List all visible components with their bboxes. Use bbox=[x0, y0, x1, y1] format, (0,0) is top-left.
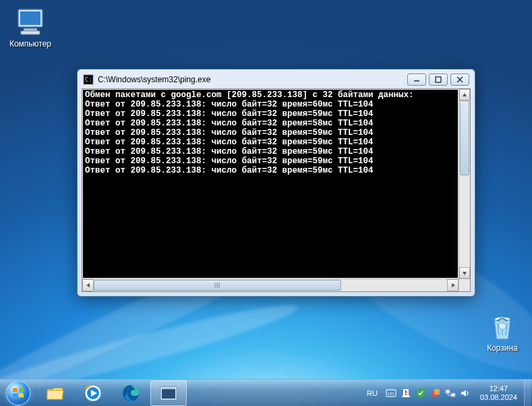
show-desktop-button[interactable] bbox=[524, 380, 531, 407]
svg-rect-22 bbox=[434, 389, 440, 395]
taskbar-item-cmd[interactable] bbox=[150, 380, 187, 406]
clock-time: 12:47 bbox=[480, 384, 517, 393]
scrollbar-corner bbox=[459, 279, 470, 291]
svg-rect-19 bbox=[405, 390, 407, 393]
svg-rect-16 bbox=[162, 387, 175, 389]
console-line: Ответ от 209.85.233.138: число байт=32 в… bbox=[85, 119, 456, 128]
console-line: Ответ от 209.85.233.138: число байт=32 в… bbox=[85, 109, 456, 119]
language-indicator[interactable]: RU bbox=[363, 389, 382, 397]
taskbar: RU vm 12:47 03.08.2024 bbox=[0, 379, 532, 406]
tray-security-icon[interactable] bbox=[415, 388, 426, 399]
svg-rect-24 bbox=[451, 393, 455, 397]
svg-rect-20 bbox=[405, 394, 407, 395]
svg-text:vm: vm bbox=[388, 391, 394, 396]
console-line: Обмен пакетами с google.com [209.85.233.… bbox=[85, 90, 456, 100]
cmd-window-icon bbox=[159, 385, 178, 401]
desktop-icon-label: Компьютер bbox=[4, 39, 57, 49]
windows-logo-icon bbox=[6, 381, 30, 405]
scroll-up-button[interactable] bbox=[459, 89, 470, 100]
cmd-window[interactable]: C: C:\Windows\system32\ping.exe Обмен па… bbox=[77, 69, 475, 297]
scroll-track[interactable] bbox=[459, 100, 470, 267]
start-button[interactable] bbox=[0, 380, 36, 407]
taskbar-item-explorer[interactable] bbox=[37, 380, 73, 406]
scroll-right-button[interactable] bbox=[447, 279, 459, 291]
close-button[interactable] bbox=[450, 74, 469, 86]
console-line: Ответ от 209.85.233.138: число байт=32 в… bbox=[85, 166, 456, 175]
taskbar-item-media-player[interactable] bbox=[75, 380, 111, 406]
svg-rect-15 bbox=[162, 389, 175, 399]
tray-vm-icon[interactable]: vm bbox=[386, 388, 396, 399]
computer-icon bbox=[14, 5, 47, 38]
taskbar-clock[interactable]: 12:47 03.08.2024 bbox=[475, 384, 523, 402]
scroll-thumb[interactable] bbox=[460, 100, 469, 175]
svg-rect-8 bbox=[436, 77, 441, 82]
folder-icon bbox=[45, 384, 65, 402]
edge-icon bbox=[121, 384, 140, 403]
svg-rect-1 bbox=[20, 11, 40, 25]
titlebar[interactable]: C: C:\Windows\system32\ping.exe bbox=[82, 74, 471, 88]
console-line: Ответ от 209.85.233.138: число байт=32 в… bbox=[85, 100, 456, 109]
taskbar-item-edge[interactable] bbox=[113, 380, 149, 406]
system-tray: RU vm 12:47 03.08.2024 bbox=[363, 380, 532, 406]
tray-volume-icon[interactable] bbox=[460, 388, 471, 399]
svg-text:C:: C: bbox=[85, 76, 92, 83]
app-icon: C: bbox=[83, 74, 94, 85]
console-frame: Обмен пакетами с google.com [209.85.233.… bbox=[82, 88, 471, 292]
console-line: Ответ от 209.85.233.138: число байт=32 в… bbox=[85, 128, 456, 138]
scroll-thumb[interactable] bbox=[94, 280, 341, 291]
console-line: Ответ от 209.85.233.138: число байт=32 в… bbox=[85, 156, 456, 166]
scroll-down-button[interactable] bbox=[459, 267, 470, 279]
horizontal-scrollbar[interactable] bbox=[82, 279, 459, 291]
media-player-icon bbox=[84, 384, 102, 403]
svg-rect-23 bbox=[446, 390, 450, 393]
taskbar-items bbox=[36, 380, 187, 406]
desktop-icon-label: Корзина bbox=[476, 343, 529, 353]
desktop-icon-recycle-bin[interactable]: Корзина bbox=[476, 310, 529, 353]
tray-network-icon[interactable] bbox=[445, 388, 456, 399]
scroll-track[interactable] bbox=[94, 279, 447, 291]
minimize-button[interactable] bbox=[407, 74, 426, 86]
recycle-bin-icon bbox=[486, 310, 519, 342]
console-line: Ответ от 209.85.233.138: число байт=32 в… bbox=[85, 147, 456, 156]
svg-rect-2 bbox=[24, 28, 37, 31]
tray-action-center-icon[interactable] bbox=[401, 388, 411, 399]
desktop-icon-computer[interactable]: Компьютер bbox=[4, 5, 57, 49]
tray-devices-icon[interactable] bbox=[430, 388, 441, 399]
svg-rect-3 bbox=[21, 31, 40, 34]
scroll-left-button[interactable] bbox=[82, 279, 94, 291]
console-line: Ответ от 209.85.233.138: число байт=32 в… bbox=[85, 138, 456, 147]
maximize-button[interactable] bbox=[429, 74, 448, 86]
vertical-scrollbar[interactable] bbox=[459, 89, 470, 279]
console-output[interactable]: Обмен пакетами с google.com [209.85.233.… bbox=[83, 90, 458, 278]
desktop[interactable]: Компьютер Корзина C: C:\Windows\system32… bbox=[0, 0, 532, 406]
window-title: C:\Windows\system32\ping.exe bbox=[98, 75, 403, 84]
clock-date: 03.08.2024 bbox=[480, 393, 517, 402]
